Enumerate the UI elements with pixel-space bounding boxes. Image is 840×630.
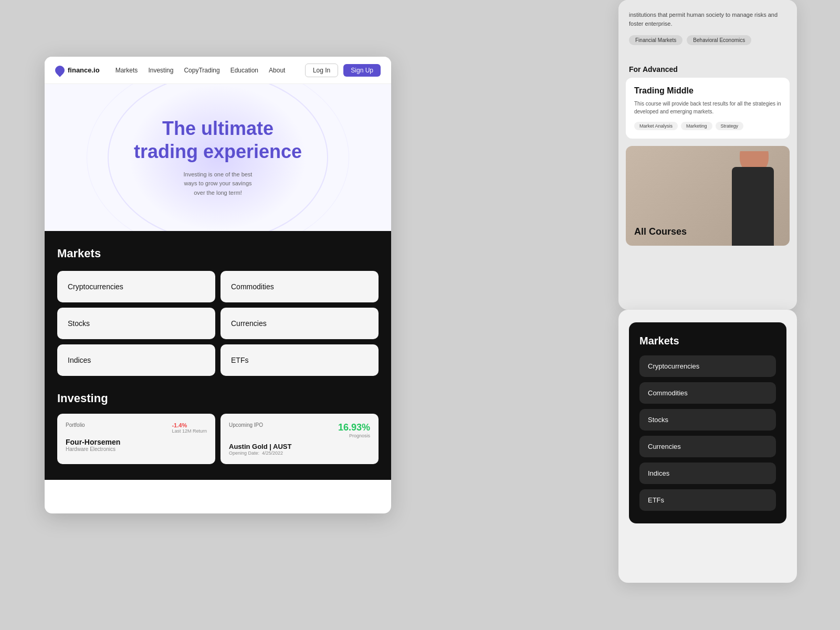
market-card-currencies[interactable]: Currencies xyxy=(220,308,379,339)
investing-section: Investing Portfolio -1.4% Last 12M Retur… xyxy=(45,392,391,480)
person-image xyxy=(721,151,784,246)
logo[interactable]: finance.io xyxy=(55,66,100,75)
course-card[interactable]: Trading Middle This course will provide … xyxy=(626,78,790,139)
market-card-commodities[interactable]: Commodities xyxy=(220,271,379,302)
nav-markets[interactable]: Markets xyxy=(116,67,138,74)
markets-dark-panel: Markets Cryptocurrencies Commodities Sto… xyxy=(618,310,797,583)
course-title: Trading Middle xyxy=(634,86,781,96)
edu-tag-behavioral[interactable]: Behavioral Economics xyxy=(687,35,751,45)
hero-section: The ultimate trading experience Investin… xyxy=(45,84,391,231)
edu-description: institutions that permit human society t… xyxy=(629,10,786,28)
ipo-label: Upcoming IPO xyxy=(229,422,263,428)
portfolio-return: -1.4% xyxy=(172,422,207,428)
markets-grid: Cryptocurrencies Commodities Stocks Curr… xyxy=(57,271,379,376)
portfolio-sub: Hardware Electronics xyxy=(66,446,207,452)
market-card-cryptocurrencies[interactable]: Cryptocurrencies xyxy=(57,271,215,302)
for-advanced-label: For Advanced xyxy=(618,59,797,78)
portfolio-name: Four-Horsemen xyxy=(66,438,207,446)
dark-market-cryptocurrencies[interactable]: Cryptocurrencies xyxy=(639,355,776,377)
course-tags: Market Analysis Marketing Strategy xyxy=(634,122,781,130)
portfolio-card[interactable]: Portfolio -1.4% Last 12M Return Four-Hor… xyxy=(57,414,215,464)
investing-grid: Portfolio -1.4% Last 12M Return Four-Hor… xyxy=(57,414,379,464)
nav-bar: finance.io Markets Investing CopyTrading… xyxy=(45,57,391,84)
hero-subtitle: Investing is one of the best ways to gro… xyxy=(134,170,302,198)
login-button[interactable]: Log In xyxy=(305,64,338,77)
edu-tag-financial[interactable]: Financial Markets xyxy=(629,35,682,45)
markets-dark-card: Markets Cryptocurrencies Commodities Sto… xyxy=(629,322,786,523)
education-panel: institutions that permit human society t… xyxy=(618,0,797,310)
ipo-prognosis: 16.93% xyxy=(338,422,370,433)
logo-icon xyxy=(53,64,66,77)
all-courses-card[interactable]: All Courses xyxy=(626,146,790,246)
markets-dark-list: Cryptocurrencies Commodities Stocks Curr… xyxy=(639,355,776,511)
nav-copytrading[interactable]: CopyTrading xyxy=(184,67,219,74)
dark-market-stocks[interactable]: Stocks xyxy=(639,409,776,430)
ipo-prognosis-label: Prognosis xyxy=(338,433,370,438)
market-card-stocks[interactable]: Stocks xyxy=(57,308,215,339)
logo-text: finance.io xyxy=(68,66,100,74)
ipo-name: Austin Gold | AUST xyxy=(229,443,370,450)
course-tag-analysis[interactable]: Market Analysis xyxy=(634,122,678,130)
ipo-date: Opening Date: 4/25/2022 xyxy=(229,450,370,456)
course-tag-strategy[interactable]: Strategy xyxy=(716,122,744,130)
nav-actions: Log In Sign Up xyxy=(305,64,381,77)
signup-button[interactable]: Sign Up xyxy=(343,64,381,77)
portfolio-return-label: Last 12M Return xyxy=(172,428,207,434)
market-card-etfs[interactable]: ETFs xyxy=(220,344,379,376)
edu-tags: Financial Markets Behavioral Economics xyxy=(629,35,786,45)
all-courses-label: All Courses xyxy=(634,226,687,237)
dark-market-etfs[interactable]: ETFs xyxy=(639,489,776,511)
investing-title: Investing xyxy=(57,392,379,405)
markets-title: Markets xyxy=(57,247,379,260)
nav-education[interactable]: Education xyxy=(230,67,258,74)
markets-dark-title: Markets xyxy=(639,335,776,347)
edu-top: institutions that permit human society t… xyxy=(618,0,797,59)
markets-section: Markets Cryptocurrencies Commodities Sto… xyxy=(45,231,391,392)
course-description: This course will provide back test resul… xyxy=(634,100,781,116)
portfolio-label: Portfolio xyxy=(66,422,85,428)
nav-investing[interactable]: Investing xyxy=(148,67,173,74)
nav-links: Markets Investing CopyTrading Education … xyxy=(116,67,305,74)
market-card-indices[interactable]: Indices xyxy=(57,344,215,376)
course-tag-marketing[interactable]: Marketing xyxy=(681,122,712,130)
main-browser-window: finance.io Markets Investing CopyTrading… xyxy=(45,57,391,513)
person-body xyxy=(732,167,774,246)
dark-market-commodities[interactable]: Commodities xyxy=(639,382,776,404)
hero-title: The ultimate trading experience xyxy=(134,117,302,162)
ipo-card[interactable]: Upcoming IPO 16.93% Prognosis Austin Gol… xyxy=(220,414,379,464)
dark-market-indices[interactable]: Indices xyxy=(639,463,776,484)
nav-about[interactable]: About xyxy=(269,67,285,74)
dark-market-currencies[interactable]: Currencies xyxy=(639,436,776,457)
hero-content: The ultimate trading experience Investin… xyxy=(134,117,302,197)
